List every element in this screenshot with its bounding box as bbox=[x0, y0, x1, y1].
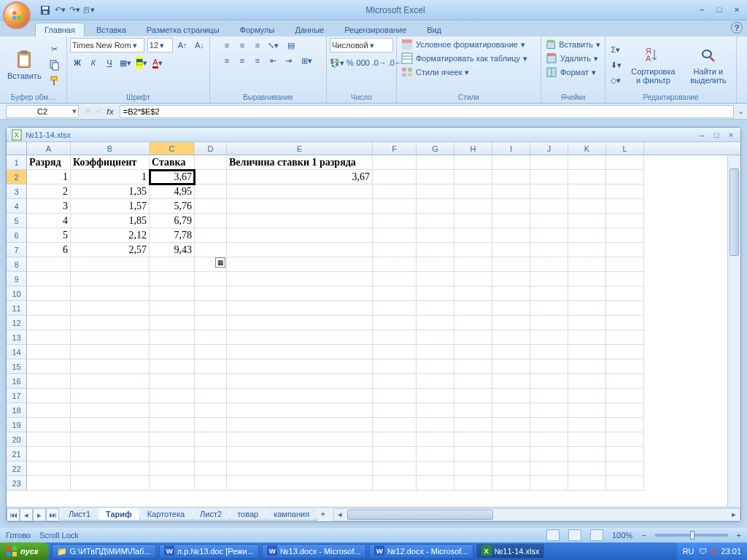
cell[interactable] bbox=[454, 272, 492, 287]
align-top-icon[interactable]: ≡ bbox=[220, 38, 234, 52]
cell[interactable] bbox=[454, 287, 492, 301]
tray-icon[interactable]: K bbox=[711, 547, 717, 556]
cell[interactable] bbox=[492, 301, 530, 316]
cell[interactable] bbox=[568, 374, 606, 389]
cell[interactable] bbox=[606, 272, 644, 287]
cell[interactable] bbox=[606, 447, 644, 462]
cell[interactable] bbox=[606, 301, 644, 316]
cell[interactable] bbox=[195, 214, 227, 228]
cell[interactable] bbox=[530, 301, 568, 316]
cell[interactable] bbox=[568, 403, 606, 418]
ribbon-tab-0[interactable]: Главная bbox=[35, 23, 85, 36]
sheet-nav-next[interactable]: ▸ bbox=[33, 508, 46, 521]
cell[interactable] bbox=[417, 345, 454, 359]
page-layout-view-button[interactable] bbox=[568, 529, 581, 541]
cell[interactable] bbox=[373, 287, 417, 301]
merge-icon[interactable]: ⊞▾ bbox=[296, 53, 317, 68]
cell[interactable] bbox=[454, 170, 492, 184]
sheet-tab[interactable]: Лист1 bbox=[61, 508, 98, 521]
cell[interactable]: 1,57 bbox=[71, 199, 150, 214]
cell[interactable] bbox=[606, 462, 644, 476]
cell[interactable] bbox=[454, 447, 492, 462]
cell[interactable] bbox=[227, 462, 373, 476]
cell[interactable] bbox=[568, 243, 606, 257]
cell[interactable] bbox=[150, 418, 195, 432]
cell[interactable] bbox=[492, 243, 530, 257]
maximize-button[interactable]: □ bbox=[713, 5, 725, 15]
cell[interactable] bbox=[150, 462, 195, 476]
cell[interactable] bbox=[417, 330, 454, 345]
cell[interactable] bbox=[195, 374, 227, 389]
cell[interactable]: 5 bbox=[27, 228, 71, 243]
cell[interactable] bbox=[227, 345, 373, 359]
column-header[interactable]: F bbox=[373, 142, 417, 155]
cell[interactable]: 1 bbox=[27, 170, 71, 184]
cell[interactable] bbox=[373, 243, 417, 257]
cell[interactable] bbox=[417, 389, 454, 403]
orientation-icon[interactable]: ⤡▾ bbox=[266, 38, 280, 52]
cell[interactable] bbox=[530, 287, 568, 301]
row-header[interactable]: 14 bbox=[7, 345, 27, 359]
horizontal-scrollbar[interactable]: ◂▸ bbox=[333, 508, 740, 521]
cell[interactable] bbox=[417, 432, 454, 447]
cell[interactable] bbox=[606, 199, 644, 214]
name-box[interactable]: C2▾ bbox=[6, 105, 79, 118]
column-header[interactable]: B bbox=[71, 142, 150, 155]
cell[interactable] bbox=[150, 432, 195, 447]
cell[interactable] bbox=[417, 447, 454, 462]
font-size-combo[interactable]: 12▾ bbox=[147, 38, 173, 52]
cell[interactable] bbox=[568, 462, 606, 476]
cell[interactable] bbox=[227, 184, 373, 199]
minimize-button[interactable]: – bbox=[696, 5, 708, 15]
cell[interactable] bbox=[227, 374, 373, 389]
cell[interactable] bbox=[492, 330, 530, 345]
column-header[interactable]: I bbox=[492, 142, 530, 155]
cell[interactable] bbox=[568, 432, 606, 447]
cell[interactable] bbox=[195, 432, 227, 447]
cell[interactable] bbox=[454, 432, 492, 447]
paste-button[interactable]: Вставить bbox=[3, 48, 46, 82]
new-sheet-icon[interactable]: ✦ bbox=[320, 510, 326, 519]
number-format-combo[interactable]: Числовой▾ bbox=[330, 38, 393, 52]
bold-button[interactable]: Ж bbox=[70, 55, 85, 70]
cell[interactable] bbox=[227, 257, 373, 272]
cell[interactable] bbox=[492, 257, 530, 272]
cell[interactable] bbox=[568, 316, 606, 330]
row-header[interactable]: 8 bbox=[7, 257, 27, 272]
cell[interactable] bbox=[454, 403, 492, 418]
cell[interactable] bbox=[417, 199, 454, 214]
cell[interactable] bbox=[606, 287, 644, 301]
cell[interactable] bbox=[454, 184, 492, 199]
cell[interactable] bbox=[454, 374, 492, 389]
cell[interactable] bbox=[568, 199, 606, 214]
sort-filter-button[interactable]: ЯА Сортировка и фильтр bbox=[624, 44, 682, 86]
cell[interactable] bbox=[27, 301, 71, 316]
row-header[interactable]: 21 bbox=[7, 447, 27, 462]
cell[interactable] bbox=[606, 359, 644, 374]
cell[interactable] bbox=[454, 199, 492, 214]
sheet-nav-first[interactable]: ⏮ bbox=[7, 508, 20, 521]
cell[interactable] bbox=[606, 389, 644, 403]
cell[interactable] bbox=[71, 418, 150, 432]
cell[interactable] bbox=[454, 462, 492, 476]
increase-indent-icon[interactable]: ⇥ bbox=[281, 53, 295, 68]
zoom-in-button[interactable]: + bbox=[737, 531, 741, 540]
cell[interactable]: 6,79 bbox=[150, 214, 195, 228]
cell[interactable] bbox=[530, 389, 568, 403]
cell[interactable] bbox=[568, 155, 606, 170]
cell[interactable] bbox=[373, 170, 417, 184]
row-header[interactable]: 9 bbox=[7, 272, 27, 287]
cell[interactable] bbox=[568, 257, 606, 272]
cell[interactable] bbox=[492, 214, 530, 228]
cell[interactable] bbox=[71, 432, 150, 447]
cell[interactable] bbox=[195, 228, 227, 243]
workbook-minimize-button[interactable]: – bbox=[697, 131, 707, 139]
cell[interactable] bbox=[568, 214, 606, 228]
redo-icon[interactable]: ↷▾ bbox=[69, 4, 80, 16]
cell[interactable] bbox=[150, 287, 195, 301]
cell[interactable] bbox=[373, 199, 417, 214]
cell[interactable] bbox=[606, 170, 644, 184]
cell[interactable] bbox=[227, 418, 373, 432]
row-header[interactable]: 6 bbox=[7, 228, 27, 243]
taskbar-task[interactable]: Wл.р.№13.doc [Режи... bbox=[159, 544, 259, 559]
